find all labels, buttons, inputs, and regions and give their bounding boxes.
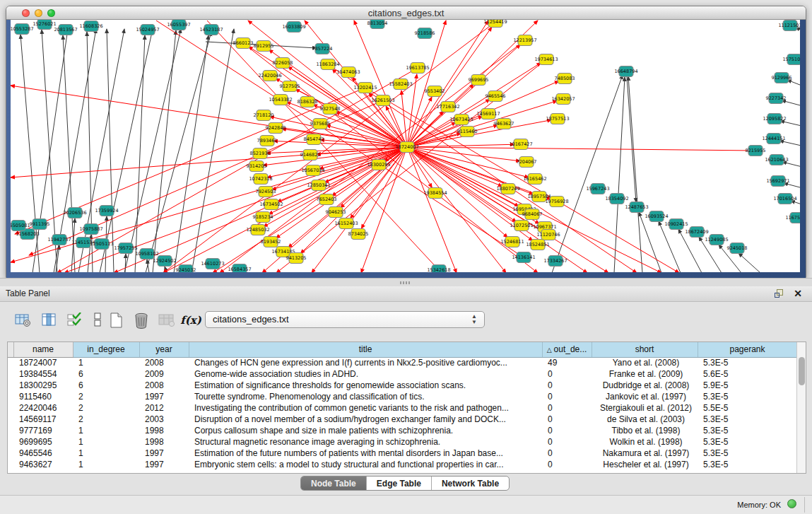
- table-cell[interactable]: 5.9E-5: [698, 380, 797, 391]
- graph-node[interactable]: 16648794: [614, 66, 637, 77]
- graph-node[interactable]: 15582403: [389, 79, 412, 90]
- graph-node[interactable]: 11942757: [47, 235, 71, 245]
- graph-node[interactable]: 16152403: [334, 218, 358, 229]
- graph-node[interactable]: 15967243: [586, 184, 609, 194]
- delete-table-icon[interactable]: [131, 310, 151, 330]
- graph-edge[interactable]: [407, 27, 492, 147]
- graph-node[interactable]: 12095822: [763, 114, 786, 124]
- graph-edge[interactable]: [407, 147, 526, 211]
- graph-node[interactable]: 9684067: [522, 209, 543, 220]
- table-row[interactable]: 946362711997Embryonic stem cells: a mode…: [8, 459, 797, 470]
- graph-edge[interactable]: [146, 32, 211, 272]
- graph-node[interactable]: 11121503: [778, 21, 800, 31]
- table-cell[interactable]: 5.5E-5: [698, 402, 797, 414]
- table-cell[interactable]: 9777169: [13, 425, 73, 436]
- function-builder-icon[interactable]: f(x): [181, 310, 201, 330]
- table-cell[interactable]: 9699695: [13, 436, 73, 448]
- table-cell[interactable]: 5.3E-5: [698, 391, 797, 402]
- graph-node[interactable]: 19613785: [406, 63, 429, 74]
- graph-node[interactable]: 11254419: [483, 20, 507, 28]
- table-cell[interactable]: 9463627: [13, 459, 73, 470]
- table-cell[interactable]: Corpus callosum shape and size in male p…: [189, 425, 542, 436]
- table-select-dropdown[interactable]: citations_edges.txt ▲▼: [205, 311, 485, 328]
- table-cell[interactable]: 2: [73, 391, 139, 402]
- graph-node[interactable]: 15276021: [33, 20, 56, 30]
- graph-node[interactable]: 2718120: [254, 110, 274, 121]
- graph-node[interactable]: 9185234: [253, 212, 273, 223]
- graph-node[interactable]: 16584357: [228, 264, 251, 273]
- graph-node[interactable]: 15474063: [336, 67, 360, 78]
- graph-node[interactable]: 16033809: [282, 22, 305, 33]
- table-row[interactable]: 969969511998Structural magnetic resonanc…: [8, 436, 797, 448]
- select-rows-icon[interactable]: [65, 310, 85, 330]
- close-panel-icon[interactable]: ✕: [794, 288, 802, 299]
- column-header-pagerank[interactable]: pagerank: [698, 342, 797, 357]
- table-cell[interactable]: 1: [73, 448, 139, 459]
- graph-node[interactable]: 12487653: [625, 202, 648, 213]
- table-cell[interactable]: 2008: [139, 380, 189, 391]
- graph-node[interactable]: 15751074: [782, 54, 800, 65]
- graph-edge[interactable]: [407, 101, 557, 147]
- graph-edge[interactable]: [627, 77, 636, 202]
- graph-node[interactable]: 17359924: [95, 206, 118, 216]
- table-cell[interactable]: 5.3E-5: [698, 425, 797, 436]
- table-cell[interactable]: 0: [542, 414, 592, 425]
- table-cell[interactable]: 49: [542, 357, 592, 368]
- table-cell[interactable]: 1998: [139, 425, 189, 436]
- table-cell[interactable]: 6: [73, 368, 139, 380]
- graph-node[interactable]: 9911395: [30, 219, 50, 230]
- graph-node[interactable]: 18354092: [605, 194, 628, 204]
- table-cell[interactable]: Tibbo et al. (1998): [592, 425, 698, 436]
- table-cell[interactable]: 2003: [139, 414, 189, 425]
- table-cell[interactable]: 1997: [139, 448, 189, 459]
- graph-node[interactable]: 9242848: [266, 123, 286, 134]
- graph-node[interactable]: 17957255: [114, 243, 137, 254]
- graph-node[interactable]: 8454743: [304, 134, 324, 145]
- graph-node[interactable]: 15024957: [136, 25, 159, 35]
- graph-node[interactable]: 9553402: [425, 86, 445, 97]
- table-row[interactable]: 911546021997Tourette syndrome. Phenomeno…: [8, 391, 797, 402]
- graph-edge[interactable]: [779, 141, 800, 148]
- new-table-icon[interactable]: [106, 310, 126, 330]
- graph-node[interactable]: 8193452: [261, 237, 281, 247]
- graph-node[interactable]: 18524851: [526, 240, 549, 250]
- table-vertical-scrollbar[interactable]: [796, 342, 806, 473]
- graph-node[interactable]: 11863284: [316, 59, 339, 70]
- graph-node[interactable]: 9465546: [486, 91, 506, 102]
- graph-node[interactable]: 17016504: [773, 194, 796, 204]
- graph-node[interactable]: 8186328: [298, 97, 318, 107]
- graph-node[interactable]: 9463627: [494, 119, 514, 129]
- graph-node[interactable]: 9327548: [320, 104, 341, 115]
- table-cell[interactable]: 5.3E-5: [698, 357, 797, 368]
- table-cell[interactable]: 2009: [139, 368, 189, 380]
- graph-edge[interactable]: [124, 29, 181, 272]
- graph-edge[interactable]: [407, 122, 456, 147]
- table-cell[interactable]: Disruption of a novel member of a sodium…: [189, 414, 542, 425]
- graph-node[interactable]: 10975887: [79, 224, 102, 235]
- graph-node[interactable]: 10553287: [11, 24, 34, 35]
- graph-edge[interactable]: [739, 253, 760, 272]
- table-cell[interactable]: 1: [73, 357, 139, 368]
- graph-node[interactable]: 8226058: [273, 58, 293, 69]
- graph-edge[interactable]: [407, 147, 529, 177]
- merge-cells-icon[interactable]: [88, 310, 107, 330]
- graph-node[interactable]: 8215955: [746, 146, 766, 156]
- graph-edge[interactable]: [782, 162, 800, 169]
- network-canvas[interactable]: 1872400786601238912955822605822420046912…: [11, 20, 800, 272]
- graph-node[interactable]: 9146821: [300, 150, 321, 160]
- graph-node[interactable]: 15692971: [766, 176, 789, 187]
- table-cell[interactable]: 1: [73, 436, 139, 448]
- graph-node[interactable]: 18672409: [685, 227, 708, 238]
- table-cell[interactable]: 2: [73, 414, 139, 425]
- graph-node[interactable]: 9314205: [247, 161, 267, 172]
- table-cell[interactable]: 18300295: [13, 380, 73, 391]
- graph-edge[interactable]: [614, 77, 625, 272]
- graph-node[interactable]: 9127505: [280, 81, 300, 92]
- column-header-title[interactable]: title: [189, 342, 542, 357]
- table-cell[interactable]: 9115460: [13, 391, 73, 402]
- graph-edge[interactable]: [125, 254, 126, 272]
- graph-node[interactable]: 19734613: [534, 54, 558, 65]
- graph-node[interactable]: 11608326: [79, 21, 102, 32]
- table-cell[interactable]: 0: [542, 380, 592, 391]
- graph-edge[interactable]: [386, 106, 407, 147]
